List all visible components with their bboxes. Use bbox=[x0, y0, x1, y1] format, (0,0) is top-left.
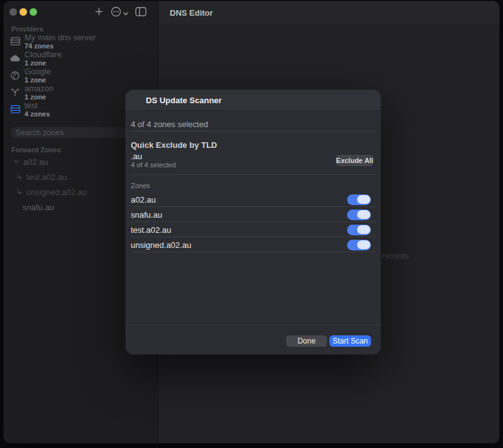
divider bbox=[131, 174, 376, 175]
zone-row: a02.au bbox=[126, 192, 380, 207]
content-titlebar: DNS Editor bbox=[159, 1, 499, 25]
zone-label: unsigned.a02.au bbox=[26, 188, 87, 197]
divider bbox=[131, 131, 376, 132]
zone-name: unsigned.a02.au bbox=[131, 240, 347, 250]
add-provider-button[interactable] bbox=[94, 7, 104, 19]
provider-zone-count: 4 zones bbox=[25, 111, 50, 118]
sidebar-toggle-icon bbox=[135, 7, 146, 19]
ds-update-scanner-dialog: DS Update Scanner 4 of 4 zones selected … bbox=[126, 90, 380, 354]
zone-row: unsigned.a02.au bbox=[126, 237, 380, 252]
providers-section-header: Providers bbox=[11, 25, 43, 33]
start-scan-button[interactable]: Start Scan bbox=[329, 335, 371, 347]
server-icon bbox=[10, 104, 20, 115]
toggle-knob bbox=[357, 195, 370, 204]
provider-name: Cloudflare bbox=[25, 50, 62, 59]
cloud-icon bbox=[10, 53, 20, 64]
toggle-sidebar-button[interactable] bbox=[135, 7, 146, 19]
provider-name: amazon bbox=[25, 84, 53, 92]
globe-icon bbox=[10, 70, 20, 81]
provider-name: test bbox=[25, 101, 50, 109]
tld-label: .au bbox=[131, 152, 142, 161]
zone-toggle[interactable] bbox=[347, 210, 371, 220]
zone-name: snafu.au bbox=[131, 210, 347, 220]
dialog-title: DS Update Scanner bbox=[146, 96, 222, 105]
tld-selected-count: 4 of 4 selected bbox=[131, 161, 176, 169]
zones-section-header: Zones bbox=[131, 182, 150, 189]
provider-item[interactable]: My main dns server 74 zones bbox=[4, 33, 158, 50]
plus-icon bbox=[94, 7, 104, 19]
zone-toggle[interactable] bbox=[347, 194, 371, 205]
footer-divider bbox=[126, 325, 380, 325]
zone-row: test.a02.au bbox=[126, 222, 380, 237]
branch-arrow-icon: ↳ bbox=[16, 188, 23, 196]
zone-label: snafu.au bbox=[23, 203, 54, 212]
provider-item[interactable]: Google 1 zone bbox=[4, 67, 158, 84]
search-placeholder: Search zones bbox=[16, 128, 64, 137]
page-title: DNS Editor bbox=[170, 8, 213, 18]
zone-toggle-list: a02.au snafu.au test.a02.au unsigned.a bbox=[126, 192, 380, 252]
zone-label: a02.au bbox=[23, 157, 48, 167]
provider-item[interactable]: Cloudflare 1 zone bbox=[4, 50, 158, 67]
screenshot-stage: Providers My main dns server 74 zones Cl… bbox=[0, 0, 503, 448]
zoom-window-icon[interactable] bbox=[30, 8, 37, 16]
provider-zone-count: 74 zones bbox=[25, 43, 96, 50]
provider-zone-count: 1 zone bbox=[25, 94, 53, 101]
chevron-down-icon bbox=[13, 160, 19, 164]
sidebar-toolbar bbox=[94, 6, 146, 20]
close-window-icon[interactable] bbox=[9, 8, 17, 16]
toggle-knob bbox=[357, 225, 370, 234]
provider-zone-count: 1 zone bbox=[25, 77, 51, 84]
provider-name: Google bbox=[25, 67, 51, 76]
minimize-window-icon[interactable] bbox=[19, 8, 27, 16]
traffic-lights bbox=[9, 8, 37, 16]
server-icon bbox=[10, 36, 20, 47]
toggle-knob bbox=[357, 210, 370, 219]
zone-row: snafu.au bbox=[126, 207, 380, 222]
zone-name: test.a02.au bbox=[131, 225, 347, 235]
ellipsis-circle-icon bbox=[111, 6, 121, 20]
route-icon bbox=[10, 87, 20, 98]
zone-toggle[interactable] bbox=[347, 225, 371, 235]
options-menu-button[interactable] bbox=[111, 6, 128, 20]
records-partial-text: records bbox=[382, 251, 409, 260]
chevron-down-icon bbox=[123, 7, 128, 18]
toggle-knob bbox=[357, 240, 370, 249]
zones-selected-summary: 4 of 4 zones selected bbox=[131, 120, 208, 129]
exclude-all-button[interactable]: Exclude All bbox=[336, 155, 373, 166]
zone-toggle[interactable] bbox=[347, 240, 371, 250]
zone-label: test.a02.au bbox=[26, 172, 67, 182]
provider-name: My main dns server bbox=[25, 33, 96, 42]
done-button[interactable]: Done bbox=[286, 335, 327, 347]
quick-exclude-header: Quick Exclude by TLD bbox=[131, 140, 217, 150]
branch-arrow-icon: ↳ bbox=[16, 173, 23, 181]
zone-name: a02.au bbox=[131, 195, 347, 204]
provider-zone-count: 1 zone bbox=[25, 60, 62, 67]
dialog-header: DS Update Scanner bbox=[126, 90, 380, 111]
forward-zones-section-header: Forward Zones bbox=[11, 146, 61, 154]
